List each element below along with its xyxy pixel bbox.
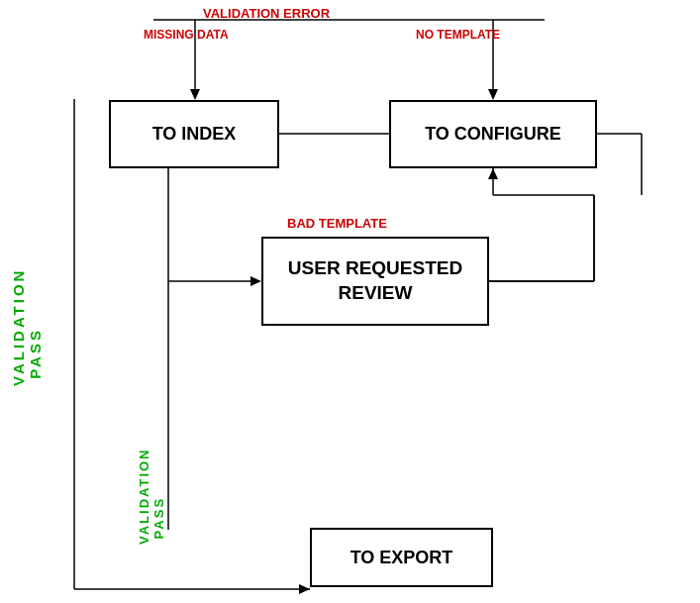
svg-marker-10 [250, 276, 261, 286]
to-export-box: TO EXPORT [310, 528, 493, 587]
svg-marker-7 [299, 584, 310, 594]
to-configure-label: TO CONFIGURE [425, 124, 561, 145]
user-review-label: USER REQUESTEDREVIEW [288, 256, 462, 305]
no-template-label: NO TEMPLATE [416, 28, 500, 42]
svg-marker-2 [190, 89, 200, 100]
user-review-box: USER REQUESTEDREVIEW [261, 237, 489, 326]
missing-data-label: MISSING DATA [144, 28, 229, 42]
validation-error-label: VALIDATION ERROR [203, 6, 330, 21]
to-configure-box: TO CONFIGURE [389, 100, 597, 168]
validation-pass-left-label: VALIDATION PASS [10, 129, 44, 386]
to-export-label: TO EXPORT [350, 548, 453, 568]
to-index-box: TO INDEX [109, 100, 279, 168]
svg-marker-4 [488, 89, 498, 100]
bad-template-label: BAD TEMPLATE [287, 216, 387, 231]
validation-pass-right-label: VALIDATION PASS [137, 327, 166, 545]
to-index-label: TO INDEX [152, 124, 237, 145]
diagram-container: VALIDATION ERROR MISSING DATA NO TEMPLAT… [0, 0, 700, 603]
svg-marker-17 [488, 168, 498, 179]
